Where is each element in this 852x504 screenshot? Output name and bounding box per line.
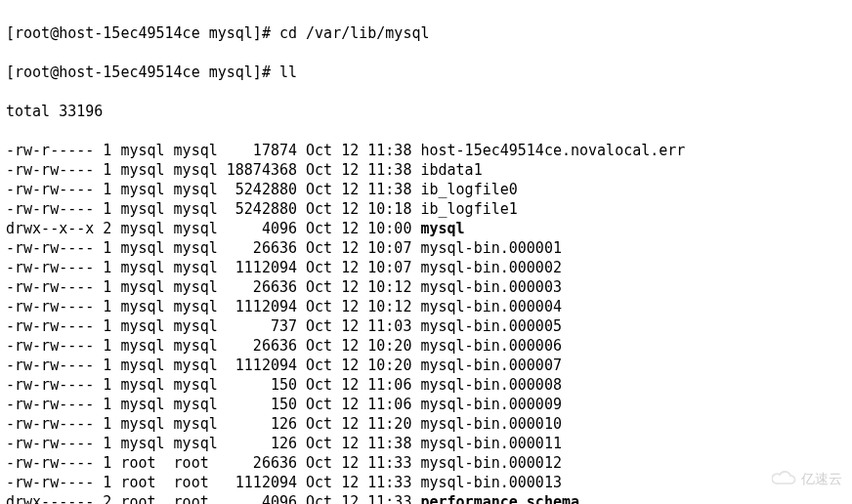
- list-item: -rw-rw---- 1 mysql mysql 126 Oct 12 11:3…: [6, 434, 846, 453]
- file-name: host-15ec49514ce.novalocal.err: [420, 142, 685, 159]
- file-meta: drwx--x--x 2 mysql mysql 4096 Oct 12 10:…: [6, 220, 420, 237]
- file-meta: drwx------ 2 root root 4096 Oct 12 11:33: [6, 493, 420, 504]
- file-name: mysql-bin.000003: [420, 278, 562, 296]
- file-name: mysql-bin.000013: [420, 474, 562, 491]
- file-meta: -rw-rw---- 1 root root 26636 Oct 12 11:3…: [6, 454, 420, 472]
- file-meta: -rw-rw---- 1 root root 1112094 Oct 12 11…: [6, 474, 420, 491]
- list-item: -rw-r----- 1 mysql mysql 17874 Oct 12 11…: [6, 141, 846, 160]
- file-meta: -rw-rw---- 1 mysql mysql 1112094 Oct 12 …: [6, 259, 420, 276]
- file-name: ib_logfile1: [420, 200, 517, 218]
- file-name: mysql-bin.000004: [420, 298, 562, 315]
- list-item: -rw-rw---- 1 mysql mysql 5242880 Oct 12 …: [6, 180, 846, 199]
- shell-prompt: [root@host-15ec49514ce mysql]#: [6, 63, 279, 81]
- file-meta: -rw-rw---- 1 mysql mysql 1112094 Oct 12 …: [6, 357, 420, 374]
- shell-prompt: [root@host-15ec49514ce mysql]#: [6, 24, 279, 42]
- shell-command: ll: [279, 63, 297, 81]
- file-name: ib_logfile0: [420, 181, 517, 198]
- file-meta: -rw-rw---- 1 mysql mysql 5242880 Oct 12 …: [6, 200, 420, 218]
- file-meta: -rw-rw---- 1 mysql mysql 26636 Oct 12 10…: [6, 278, 420, 296]
- list-item: -rw-rw---- 1 root root 26636 Oct 12 11:3…: [6, 453, 846, 473]
- file-meta: -rw-rw---- 1 mysql mysql 150 Oct 12 11:0…: [6, 396, 420, 413]
- terminal-output: [root@host-15ec49514ce mysql]# cd /var/l…: [0, 0, 852, 504]
- list-item: -rw-rw---- 1 mysql mysql 5242880 Oct 12 …: [6, 199, 846, 219]
- file-name: mysql-bin.000006: [420, 337, 562, 355]
- file-name: mysql-bin.000009: [420, 396, 562, 413]
- command-line-1: [root@host-15ec49514ce mysql]# cd /var/l…: [6, 23, 846, 43]
- file-listing: -rw-r----- 1 mysql mysql 17874 Oct 12 11…: [6, 141, 846, 504]
- command-line-2: [root@host-15ec49514ce mysql]# ll: [6, 63, 846, 82]
- file-meta: -rw-rw---- 1 mysql mysql 126 Oct 12 11:2…: [6, 415, 420, 433]
- file-name: performance_schema: [420, 493, 579, 504]
- file-name: mysql-bin.000005: [420, 317, 562, 335]
- shell-command: cd /var/lib/mysql: [279, 24, 430, 42]
- list-item: -rw-rw---- 1 mysql mysql 126 Oct 12 11:2…: [6, 414, 846, 434]
- file-name: ibdata1: [420, 161, 482, 179]
- file-meta: -rw-rw---- 1 mysql mysql 126 Oct 12 11:3…: [6, 435, 420, 452]
- total-line: total 33196: [6, 102, 846, 121]
- file-name: mysql-bin.000008: [420, 376, 562, 394]
- file-meta: -rw-rw---- 1 mysql mysql 1112094 Oct 12 …: [6, 298, 420, 315]
- file-name: mysql-bin.000011: [420, 435, 562, 452]
- list-item: -rw-rw---- 1 mysql mysql 26636 Oct 12 10…: [6, 238, 846, 258]
- list-item: -rw-rw---- 1 root root 1112094 Oct 12 11…: [6, 473, 846, 492]
- list-item: drwx--x--x 2 mysql mysql 4096 Oct 12 10:…: [6, 219, 846, 238]
- file-name: mysql-bin.000007: [420, 357, 562, 374]
- list-item: -rw-rw---- 1 mysql mysql 1112094 Oct 12 …: [6, 258, 846, 277]
- file-meta: -rw-rw---- 1 mysql mysql 737 Oct 12 11:0…: [6, 317, 420, 335]
- file-meta: -rw-rw---- 1 mysql mysql 5242880 Oct 12 …: [6, 181, 420, 198]
- list-item: -rw-rw---- 1 mysql mysql 1112094 Oct 12 …: [6, 297, 846, 316]
- file-name: mysql-bin.000010: [420, 415, 562, 433]
- file-name: mysql: [420, 220, 464, 237]
- file-meta: -rw-rw---- 1 mysql mysql 26636 Oct 12 10…: [6, 337, 420, 355]
- file-meta: -rw-rw---- 1 mysql mysql 26636 Oct 12 10…: [6, 239, 420, 257]
- file-meta: -rw-rw---- 1 mysql mysql 150 Oct 12 11:0…: [6, 376, 420, 394]
- list-item: -rw-rw---- 1 mysql mysql 150 Oct 12 11:0…: [6, 375, 846, 395]
- list-item: drwx------ 2 root root 4096 Oct 12 11:33…: [6, 492, 846, 504]
- file-name: mysql-bin.000001: [420, 239, 562, 257]
- file-meta: -rw-r----- 1 mysql mysql 17874 Oct 12 11…: [6, 142, 420, 159]
- list-item: -rw-rw---- 1 mysql mysql 26636 Oct 12 10…: [6, 336, 846, 356]
- list-item: -rw-rw---- 1 mysql mysql 150 Oct 12 11:0…: [6, 395, 846, 414]
- file-meta: -rw-rw---- 1 mysql mysql 18874368 Oct 12…: [6, 161, 420, 179]
- file-name: mysql-bin.000002: [420, 259, 562, 276]
- file-name: mysql-bin.000012: [420, 454, 562, 472]
- list-item: -rw-rw---- 1 mysql mysql 1112094 Oct 12 …: [6, 356, 846, 375]
- list-item: -rw-rw---- 1 mysql mysql 26636 Oct 12 10…: [6, 277, 846, 297]
- list-item: -rw-rw---- 1 mysql mysql 18874368 Oct 12…: [6, 160, 846, 180]
- list-item: -rw-rw---- 1 mysql mysql 737 Oct 12 11:0…: [6, 316, 846, 336]
